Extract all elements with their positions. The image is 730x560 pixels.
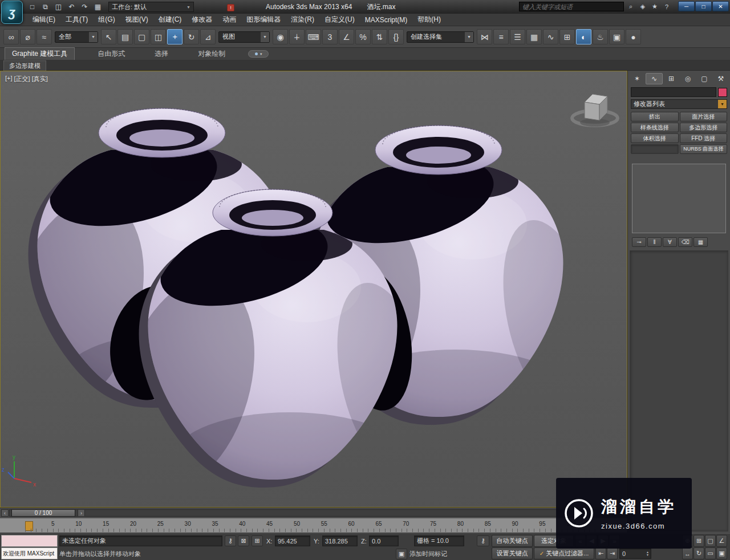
align-icon[interactable]: ≡ <box>493 29 509 44</box>
pan-icon[interactable]: ↔ <box>682 547 693 559</box>
curve-editor-icon[interactable]: ∿ <box>543 29 558 44</box>
next-key-icon[interactable]: ⇥ <box>607 547 618 559</box>
select-by-name-icon[interactable]: ▤ <box>117 29 133 44</box>
chevron-down-icon[interactable]: ▼ <box>718 100 727 108</box>
workspace-dropdown[interactable]: 工作台: 默认 ▼ <box>108 2 194 12</box>
open-file-icon[interactable]: ⧉ <box>39 2 51 12</box>
select-and-scale-icon[interactable]: ⊿ <box>200 29 216 44</box>
modifier-empty-slot[interactable] <box>631 144 679 154</box>
set-key-mode-button[interactable]: ⚷ <box>477 535 489 546</box>
named-selection-sets-icon[interactable]: {} <box>388 29 404 44</box>
menu-animation[interactable]: 动画 <box>217 14 241 26</box>
pin-stack-icon[interactable]: ⊸ <box>632 237 646 247</box>
selection-filter[interactable]: 全部▼ <box>55 31 98 43</box>
tab-hierarchy[interactable]: ⊞ <box>663 73 679 84</box>
select-and-rotate-icon[interactable]: ↻ <box>184 29 199 44</box>
viewcube[interactable] <box>572 94 618 127</box>
previous-key-icon[interactable]: ⇤ <box>595 547 606 559</box>
menu-views[interactable]: 视图(V) <box>120 14 153 26</box>
zoom-all-icon[interactable]: ⊞ <box>694 535 704 547</box>
time-tag-icon-button[interactable]: ▣ <box>396 549 407 559</box>
reference-coordinate-system[interactable]: 视图▼ <box>218 31 270 43</box>
help-icon[interactable]: ? <box>662 2 672 11</box>
render-setup-icon[interactable]: ♨ <box>593 29 608 44</box>
menu-modifiers[interactable]: 修改器 <box>186 14 217 26</box>
make-unique-icon[interactable]: ∀ <box>663 237 677 247</box>
maximize-button[interactable]: □ <box>695 1 712 11</box>
modifier-stack-list[interactable] <box>632 164 726 233</box>
ribbon-tab-freeform[interactable]: 自由形式 <box>91 48 132 60</box>
auto-key-button[interactable]: 自动关键点 <box>492 535 533 547</box>
rendered-frame-icon[interactable]: ▣ <box>609 29 624 44</box>
favorites-star-icon[interactable]: ★ <box>650 2 660 11</box>
time-slider-track[interactable] <box>9 509 624 517</box>
menu-maxscript[interactable]: MAXScript(M) <box>360 14 413 26</box>
time-tag-label[interactable]: 添加时间标记 <box>409 549 447 559</box>
minimize-button[interactable]: ─ <box>678 1 695 11</box>
selection-lock-button[interactable]: ⊠ <box>238 535 249 546</box>
modifier-list-dropdown[interactable]: 修改器列表 ▼ <box>631 99 727 109</box>
notification-icon[interactable]: ! <box>227 4 234 11</box>
spinner-icon[interactable]: ▴▾ <box>647 551 648 557</box>
next-frame-button[interactable]: › <box>78 509 85 517</box>
keyboard-override-icon[interactable]: ⌨ <box>306 29 321 44</box>
close-button[interactable]: ✕ <box>712 1 729 11</box>
ribbon-tab-object-paint[interactable]: 对象绘制 <box>191 48 232 60</box>
unlink-selection-icon[interactable]: ⌀ <box>20 29 35 44</box>
time-slider-handle[interactable]: 0 / 100 <box>11 509 75 517</box>
viewport-pov-menu[interactable]: [正交] <box>14 75 30 83</box>
bind-to-space-warp-icon[interactable]: ≈ <box>36 29 52 44</box>
menu-tools[interactable]: 工具(T) <box>60 14 93 26</box>
tab-modify[interactable]: ∿ <box>646 73 663 84</box>
tab-create[interactable]: ✶ <box>629 73 645 84</box>
viewport-scene[interactable]: y x z <box>1 71 627 508</box>
angle-snap-icon[interactable]: ∠ <box>339 29 354 44</box>
viewport[interactable]: y x z [+] [正交] [真实] <box>0 71 627 508</box>
orbit-icon[interactable]: ↻ <box>694 547 704 559</box>
project-folder-icon[interactable]: ▦ <box>92 2 104 12</box>
render-production-icon[interactable]: ● <box>626 29 641 44</box>
window-crossing-icon[interactable]: ◫ <box>151 29 166 44</box>
mirror-icon[interactable]: ⋈ <box>477 29 492 44</box>
snaps-toggle-icon[interactable]: 3 <box>322 29 338 44</box>
zoom-region-icon[interactable]: ▭ <box>705 547 716 559</box>
search-input[interactable] <box>519 2 624 11</box>
modifier-ffd-select[interactable]: FFD 选择 <box>680 133 728 143</box>
set-key-button[interactable]: 设置关键点 <box>492 547 533 559</box>
spinner-snap-icon[interactable]: ⇅ <box>372 29 387 44</box>
menu-group[interactable]: 组(G) <box>93 14 120 26</box>
remove-modifier-icon[interactable]: ⌫ <box>678 237 692 247</box>
menu-edit[interactable]: 编辑(E) <box>27 14 60 26</box>
modifier-nurbs-surface-select[interactable]: NURBS 曲面选择 <box>680 144 728 154</box>
search-icon[interactable]: ⌕ <box>626 2 636 11</box>
menu-help[interactable]: 帮助(H) <box>412 14 446 26</box>
key-filters-button[interactable]: ✓ 关键点过滤器... <box>534 547 594 559</box>
communication-center-icon[interactable]: ◈ <box>638 2 648 11</box>
object-color-swatch[interactable] <box>718 88 727 97</box>
use-pivot-point-icon[interactable]: ◉ <box>273 29 288 44</box>
frame-number-field[interactable]: 0 ▴▾ <box>619 548 651 559</box>
app-logo-icon[interactable]: ʒ <box>1 1 23 24</box>
layer-manager-icon[interactable]: ☰ <box>510 29 525 44</box>
zoom-extents-icon[interactable]: ▢ <box>705 535 716 547</box>
select-and-link-icon[interactable]: ∞ <box>3 29 19 44</box>
select-and-manipulate-icon[interactable]: ∔ <box>289 29 305 44</box>
new-file-icon[interactable]: □ <box>26 2 38 12</box>
maxscript-listener-line[interactable]: 欢迎使用 MAXScript <box>1 547 58 559</box>
show-end-result-icon[interactable]: ‖ <box>647 237 662 247</box>
menu-customize[interactable]: 自定义(U) <box>319 14 360 26</box>
percent-snap-icon[interactable]: % <box>355 29 371 44</box>
x-field[interactable]: 95.425 <box>275 535 310 546</box>
ribbon-minimize-button[interactable]: ▾ <box>248 50 269 58</box>
transform-mode-button[interactable]: ⊞ <box>252 535 263 546</box>
ribbon-subtab-polygon-modeling[interactable]: 多边形建模 <box>3 60 46 71</box>
maxscript-macro-line[interactable] <box>1 535 58 547</box>
selection-lock-key-button[interactable]: ⚷ <box>225 535 236 546</box>
redo-icon[interactable]: ↷ <box>79 2 91 12</box>
z-field[interactable]: 0.0 <box>369 535 399 546</box>
modifier-vol-select[interactable]: 体积选择 <box>631 133 679 143</box>
maximize-viewport-icon[interactable]: ▣ <box>716 547 727 559</box>
configure-modifier-sets-icon[interactable]: ▦ <box>694 237 708 247</box>
menu-rendering[interactable]: 渲染(R) <box>286 14 319 26</box>
modifier-spline-select[interactable]: 样条线选择 <box>631 123 679 132</box>
